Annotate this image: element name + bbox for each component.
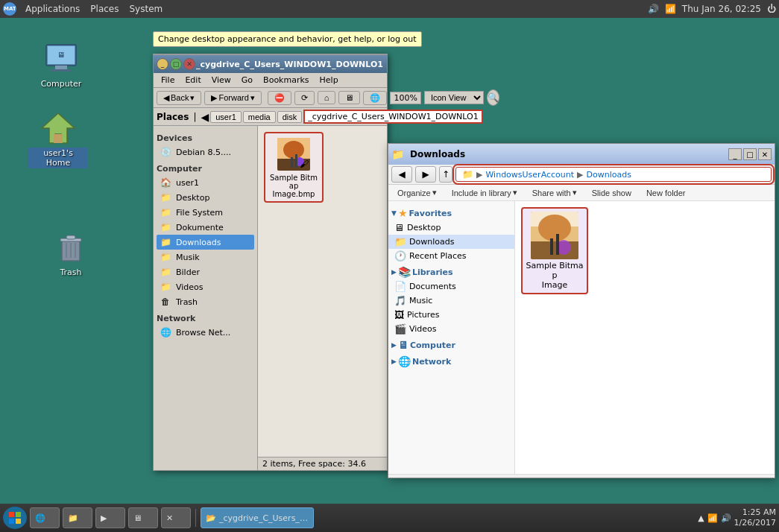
fm-item-dokumente[interactable]: 📁 Dokumente <box>157 220 254 235</box>
exp-share-btn[interactable]: Share with ▾ <box>526 186 583 199</box>
exp-sidebar-videos[interactable]: 🎬 Videos <box>388 322 514 336</box>
exp-sidebar-desktop[interactable]: 🖥 Desktop <box>388 221 514 235</box>
fm-item-trash[interactable]: 🗑 Trash <box>157 294 254 309</box>
bilder-icon: 📁 <box>160 266 171 278</box>
active-window-icon: 📂 <box>206 513 216 523</box>
exp-slideshow-btn[interactable]: Slide show <box>586 187 637 199</box>
exp-new-folder-btn[interactable]: New folder <box>640 187 692 199</box>
exp-include-library-btn[interactable]: Include in library ▾ <box>446 186 523 199</box>
svg-rect-26 <box>9 512 14 517</box>
exp-breadcrumb-account[interactable]: WindowsUserAccount <box>485 170 574 180</box>
exp-sidebar-pictures[interactable]: 🖼 Pictures <box>388 308 514 322</box>
fm-network-btn[interactable]: 🌐 <box>363 91 387 105</box>
svg-rect-22 <box>531 241 578 259</box>
tray-arrow-btn[interactable]: ▲ <box>698 513 704 523</box>
taskbar-active-window[interactable]: 📂 _cygdrive_C_Users_Wi... <box>201 507 314 528</box>
taskbar-mate-icon-btn[interactable]: 🖥 <box>128 507 158 528</box>
fm-breadcrumb-disk[interactable]: disk <box>277 111 303 123</box>
exp-maximize-btn[interactable]: □ <box>743 148 757 160</box>
exp-breadcrumb-downloads[interactable]: Downloads <box>587 170 631 180</box>
exp-minimize-btn[interactable]: _ <box>728 148 742 160</box>
fm-item-musik[interactable]: 📁 Musik <box>157 250 254 265</box>
sound-icon[interactable]: 🔊 <box>648 4 659 14</box>
fm-sidebar: Devices 💿 Debian 8.5.... Computer 🏠 user… <box>154 126 258 470</box>
active-window-label: _cygdrive_C_Users_Wi... <box>219 513 309 523</box>
exp-sidebar-computer[interactable]: ▶ 🖥 Computer <box>388 336 514 352</box>
desktop-icon-home[interactable]: user1's Home <box>28 110 88 168</box>
menu-places[interactable]: Places <box>86 2 123 16</box>
fm-breadcrumb-user1[interactable]: user1 <box>210 111 242 123</box>
clock-date: 1/26/2017 <box>734 518 776 528</box>
taskbar-explorer-btn[interactable]: 📁 <box>63 507 92 528</box>
exp-sidebar-music[interactable]: 🎵 Music <box>388 294 514 308</box>
fm-item-bilder[interactable]: 📁 Bilder <box>157 265 254 279</box>
exp-file-sample-bitmap[interactable]: Sample BitmapImage <box>521 207 588 294</box>
fm-menu-bookmarks[interactable]: Bookmarks <box>259 75 313 86</box>
fm-menu-view[interactable]: View <box>207 75 236 86</box>
fm-titlebar-btns: _ □ ✕ <box>157 58 195 70</box>
exp-sidebar-documents[interactable]: 📄 Documents <box>388 279 514 294</box>
fm-item-debian[interactable]: 💿 Debian 8.5.... <box>157 145 254 159</box>
taskbar-media-btn[interactable]: ▶ <box>95 507 125 528</box>
fm-computer-btn[interactable]: 🖥 <box>338 91 360 104</box>
fm-item-filesystem[interactable]: 📁 File System <box>157 205 254 220</box>
fm-stop-btn[interactable]: ⛔ <box>268 91 291 105</box>
fm-menu-help[interactable]: Help <box>315 75 343 86</box>
taskbar-start-btn[interactable] <box>3 507 27 529</box>
fm-item-user1[interactable]: 🏠 user1 <box>157 175 254 190</box>
home-label: user1's Home <box>28 148 88 168</box>
network-status-icon[interactable]: 📶 <box>665 4 676 14</box>
desktop-icon-trash[interactable]: Trash <box>41 229 101 278</box>
logout-icon[interactable]: ⏻ <box>767 4 776 14</box>
fm-menu-file[interactable]: File <box>157 75 179 86</box>
fm-toolbar: ◀ Back ▾ ▶ Forward ▾ ⛔ ⟳ ⌂ 🖥 🌐 100% Icon… <box>154 88 387 108</box>
fm-item-desktop[interactable]: 📁 Desktop <box>157 190 254 205</box>
fm-menu-go[interactable]: Go <box>237 75 257 86</box>
fm-location-input[interactable]: _cygdrive_C_Users_WINDOW1_DOWNLO1 <box>303 110 482 124</box>
fm-forward-btn[interactable]: ▶ Forward ▾ <box>204 91 261 105</box>
exp-breadcrumb[interactable]: 📁 ▶ WindowsUserAccount ▶ Downloads <box>455 167 772 182</box>
exp-sample-bitmap-icon <box>531 212 578 259</box>
fm-menu-edit[interactable]: Edit <box>180 75 205 86</box>
taskbar-ie-btn[interactable]: 🌐 <box>30 507 60 528</box>
exp-back-btn[interactable]: ◀ <box>391 166 412 183</box>
tray-network-icon[interactable]: 📶 <box>707 513 718 523</box>
fm-breadcrumb-media[interactable]: media <box>243 111 276 123</box>
fm-back-btn[interactable]: ◀ Back ▾ <box>157 91 201 105</box>
debian-icon: 💿 <box>160 146 171 158</box>
desktop-icon-computer[interactable]: 🖥 Computer <box>31 41 91 89</box>
fm-nav-prev-icon[interactable]: ◀ <box>201 111 209 123</box>
fm-view-select[interactable]: Icon View <box>424 91 484 104</box>
exp-sidebar-favorites[interactable]: ▼ ★ Favorites <box>388 204 514 221</box>
fm-close-btn[interactable]: ✕ <box>183 58 195 70</box>
fm-item-downloads[interactable]: 📁 Downloads <box>157 235 254 250</box>
menu-system[interactable]: System <box>124 2 167 16</box>
fm-item-videos[interactable]: 📁 Videos <box>157 279 254 294</box>
exp-breadcrumb-folder-icon: 📁 <box>462 169 473 180</box>
exp-sidebar-downloads[interactable]: 📁 Downloads <box>388 235 514 249</box>
exp-sidebar-recent[interactable]: 🕐 Recent Places <box>388 249 514 263</box>
menu-applications[interactable]: Applications <box>21 2 84 16</box>
svg-point-21 <box>538 215 571 241</box>
fm-file-sample-bitmap[interactable]: Sample BitmapImage.bmp <box>264 132 324 203</box>
computer-arrow: ▶ <box>391 341 397 349</box>
fm-search-btn[interactable]: 🔍 <box>487 89 499 106</box>
fm-item-browse-network[interactable]: 🌐 Browse Net... <box>157 325 254 340</box>
fm-reload-btn[interactable]: ⟳ <box>294 91 315 105</box>
fm-maximize-btn[interactable]: □ <box>170 58 182 70</box>
exp-organize-btn[interactable]: Organize ▾ <box>391 186 443 199</box>
exp-sidebar-libraries[interactable]: ▶ 📚 Libraries <box>388 263 514 279</box>
taskbar-cross-btn[interactable]: ✕ <box>161 507 191 528</box>
mate-logo[interactable]: MATE-FileSharing Test <box>3 2 16 16</box>
exp-sidebar-network[interactable]: ▶ 🌐 Network <box>388 352 514 369</box>
fm-minimize-btn[interactable]: _ <box>157 58 168 70</box>
svg-rect-17 <box>291 157 293 168</box>
taskbar-clock[interactable]: 1:25 AM 1/26/2017 <box>734 507 776 529</box>
tray-volume-icon[interactable]: 🔊 <box>721 513 731 523</box>
exp-up-btn[interactable]: ↑ <box>439 166 452 183</box>
exp-forward-btn[interactable]: ▶ <box>415 166 436 183</box>
fm-zoom-level: 100% <box>390 92 420 104</box>
fm-home-btn[interactable]: ⌂ <box>318 91 336 104</box>
filesystem-icon: 📁 <box>160 206 171 218</box>
exp-close-btn[interactable]: ✕ <box>758 148 772 160</box>
